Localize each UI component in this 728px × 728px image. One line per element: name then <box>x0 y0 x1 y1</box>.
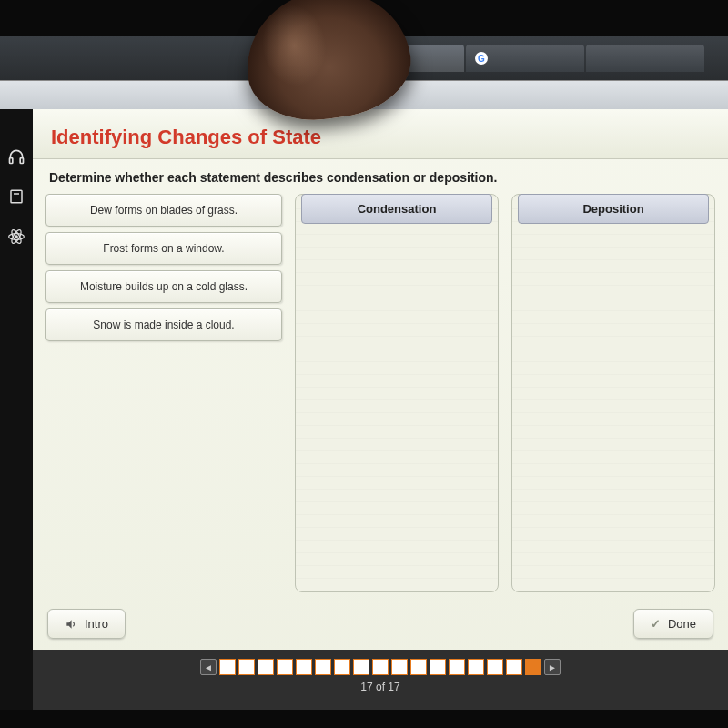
draggable-statement[interactable]: Snow is made inside a cloud. <box>46 308 282 341</box>
browser-tab[interactable] <box>586 45 704 72</box>
nav-page-box[interactable] <box>449 659 465 675</box>
dropzone-header: Deposition <box>518 194 709 224</box>
nav-page-box[interactable] <box>238 659 255 675</box>
done-button[interactable]: ✓ Done <box>633 609 713 639</box>
nav-page-box[interactable] <box>506 659 522 675</box>
title-bar: Identifying Changes of State <box>33 109 728 159</box>
lesson-nav-strip: ◄ ► 17 of 17 <box>33 650 728 710</box>
dropzone-deposition[interactable]: Deposition <box>511 194 715 592</box>
nav-page-box[interactable] <box>219 659 236 675</box>
statement-source-column: Dew forms on blades of grass. Frost form… <box>46 194 282 592</box>
nav-page-box[interactable] <box>468 659 484 675</box>
atom-icon[interactable] <box>5 226 27 248</box>
nav-prev-button[interactable]: ◄ <box>200 659 217 675</box>
draggable-statement[interactable]: Moisture builds up on a cold glass. <box>46 270 282 303</box>
dropzone-condensation[interactable]: Condensation <box>295 194 499 592</box>
instruction-text: Determine whether each statement describ… <box>33 159 728 194</box>
nav-page-box[interactable] <box>277 659 293 675</box>
footer-controls: Intro ✓ Done <box>33 602 728 650</box>
svg-point-13 <box>15 236 18 238</box>
nav-page-box[interactable] <box>487 659 503 675</box>
nav-page-box[interactable] <box>430 659 446 675</box>
drag-drop-activity: Dew forms on blades of grass. Frost form… <box>33 194 728 602</box>
dropzone-header: Condensation <box>301 194 492 224</box>
nav-page-box[interactable] <box>410 659 427 675</box>
browser-tab[interactable]: G <box>466 45 584 72</box>
nav-page-box[interactable] <box>372 659 389 675</box>
nav-boxes: ◄ ► <box>200 659 561 675</box>
draggable-statement[interactable]: Dew forms on blades of grass. <box>46 194 282 227</box>
nav-counter: 17 of 17 <box>360 681 399 693</box>
nav-page-box[interactable] <box>525 659 541 675</box>
intro-button-label: Intro <box>85 617 108 631</box>
svg-rect-0 <box>10 158 13 164</box>
svg-rect-1 <box>20 158 23 164</box>
headphones-icon[interactable] <box>5 146 27 167</box>
intro-button[interactable]: Intro <box>47 609 126 639</box>
done-button-label: Done <box>668 617 696 631</box>
draggable-statement[interactable]: Frost forms on a window. <box>46 232 282 265</box>
calculator-icon[interactable] <box>5 186 27 207</box>
left-toolbar <box>0 109 33 710</box>
nav-page-box[interactable] <box>353 659 369 675</box>
nav-page-box[interactable] <box>258 659 274 675</box>
nav-next-button[interactable]: ► <box>544 659 561 675</box>
check-icon: ✓ <box>651 617 661 631</box>
speaker-icon <box>65 618 77 631</box>
svg-rect-2 <box>11 190 22 203</box>
lesson-panel: Identifying Changes of State Determine w… <box>33 109 728 710</box>
laptop-screen: B G Identifying Changes of State <box>0 36 728 710</box>
app-area: Identifying Changes of State Determine w… <box>0 109 728 710</box>
nav-page-box[interactable] <box>296 659 312 675</box>
nav-page-box[interactable] <box>334 659 350 675</box>
favicon-google-icon: G <box>475 52 488 65</box>
page-title: Identifying Changes of State <box>51 126 710 149</box>
nav-page-box[interactable] <box>315 659 331 675</box>
nav-page-box[interactable] <box>391 659 408 675</box>
